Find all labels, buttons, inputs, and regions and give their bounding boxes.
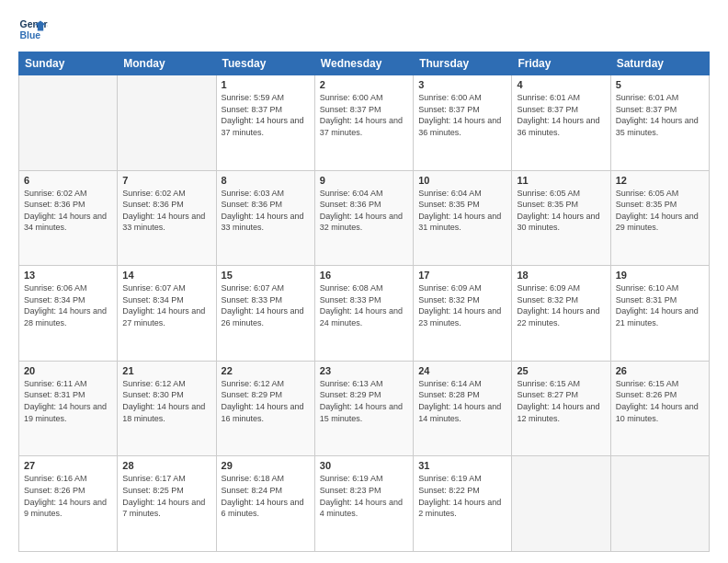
day-info: Sunrise: 6:05 AM Sunset: 8:35 PM Dayligh… [517,188,605,234]
calendar-week-row: 20Sunrise: 6:11 AM Sunset: 8:31 PM Dayli… [19,361,710,456]
calendar-day-cell: 6Sunrise: 6:02 AM Sunset: 8:36 PM Daylig… [19,170,118,266]
day-info: Sunrise: 6:12 AM Sunset: 8:30 PM Dayligh… [122,378,210,424]
calendar-day-cell: 16Sunrise: 6:08 AM Sunset: 8:33 PM Dayli… [314,266,413,362]
day-number: 12 [616,175,704,186]
weekday-header-wednesday: Wednesday [314,52,413,75]
day-number: 31 [418,460,506,471]
weekday-header-saturday: Saturday [610,52,709,75]
calendar-day-cell: 24Sunrise: 6:14 AM Sunset: 8:28 PM Dayli… [414,361,512,456]
day-info: Sunrise: 6:17 AM Sunset: 8:25 PM Dayligh… [122,473,210,519]
day-number: 15 [222,270,310,281]
calendar-day-cell: 5Sunrise: 6:01 AM Sunset: 8:37 PM Daylig… [610,75,709,171]
day-info: Sunrise: 6:16 AM Sunset: 8:26 PM Dayligh… [24,473,112,519]
calendar-day-cell: 9Sunrise: 6:04 AM Sunset: 8:36 PM Daylig… [314,170,413,266]
day-number: 4 [517,79,605,90]
day-number: 16 [320,270,408,281]
day-number: 9 [320,175,408,186]
svg-text:Blue: Blue [20,30,41,40]
header: General Blue [18,15,710,44]
day-info: Sunrise: 6:01 AM Sunset: 8:37 PM Dayligh… [616,92,704,138]
day-number: 11 [517,175,605,186]
calendar-table: SundayMondayTuesdayWednesdayThursdayFrid… [18,52,710,552]
day-info: Sunrise: 6:09 AM Sunset: 8:32 PM Dayligh… [418,282,506,328]
calendar-day-cell: 30Sunrise: 6:19 AM Sunset: 8:23 PM Dayli… [314,456,413,552]
calendar-empty-cell [512,456,610,552]
logo: General Blue [18,15,48,44]
calendar-day-cell: 28Sunrise: 6:17 AM Sunset: 8:25 PM Dayli… [118,456,216,552]
calendar-week-row: 27Sunrise: 6:16 AM Sunset: 8:26 PM Dayli… [19,456,710,552]
day-info: Sunrise: 6:15 AM Sunset: 8:26 PM Dayligh… [616,378,704,424]
day-number: 20 [24,365,112,376]
day-info: Sunrise: 6:03 AM Sunset: 8:36 PM Dayligh… [222,188,310,234]
day-number: 1 [222,79,310,90]
calendar-day-cell: 19Sunrise: 6:10 AM Sunset: 8:31 PM Dayli… [610,266,709,362]
calendar-day-cell: 3Sunrise: 6:00 AM Sunset: 8:37 PM Daylig… [414,75,512,171]
calendar-empty-cell [19,75,118,171]
day-number: 29 [222,460,310,471]
day-number: 10 [418,175,506,186]
day-number: 27 [24,460,112,471]
calendar-day-cell: 26Sunrise: 6:15 AM Sunset: 8:26 PM Dayli… [610,361,709,456]
day-info: Sunrise: 6:07 AM Sunset: 8:33 PM Dayligh… [222,282,310,328]
calendar-day-cell: 8Sunrise: 6:03 AM Sunset: 8:36 PM Daylig… [216,170,314,266]
day-info: Sunrise: 6:19 AM Sunset: 8:23 PM Dayligh… [320,473,408,519]
calendar-day-cell: 18Sunrise: 6:09 AM Sunset: 8:32 PM Dayli… [512,266,610,362]
calendar-day-cell: 7Sunrise: 6:02 AM Sunset: 8:36 PM Daylig… [118,170,216,266]
day-number: 5 [616,79,704,90]
day-number: 6 [24,175,112,186]
day-number: 2 [320,79,408,90]
weekday-header-monday: Monday [118,52,216,75]
calendar-day-cell: 4Sunrise: 6:01 AM Sunset: 8:37 PM Daylig… [512,75,610,171]
day-number: 25 [517,365,605,376]
weekday-header-tuesday: Tuesday [216,52,314,75]
calendar-day-cell: 22Sunrise: 6:12 AM Sunset: 8:29 PM Dayli… [216,361,314,456]
calendar-day-cell: 1Sunrise: 5:59 AM Sunset: 8:37 PM Daylig… [216,75,314,171]
day-info: Sunrise: 6:14 AM Sunset: 8:28 PM Dayligh… [418,378,506,424]
day-info: Sunrise: 6:11 AM Sunset: 8:31 PM Dayligh… [24,378,112,424]
day-info: Sunrise: 6:07 AM Sunset: 8:34 PM Dayligh… [122,282,210,328]
day-info: Sunrise: 6:01 AM Sunset: 8:37 PM Dayligh… [517,92,605,138]
calendar-day-cell: 13Sunrise: 6:06 AM Sunset: 8:34 PM Dayli… [19,266,118,362]
day-info: Sunrise: 6:00 AM Sunset: 8:37 PM Dayligh… [418,92,506,138]
logo-icon: General Blue [18,15,48,44]
day-info: Sunrise: 6:04 AM Sunset: 8:35 PM Dayligh… [418,188,506,234]
day-number: 28 [122,460,210,471]
day-number: 17 [418,270,506,281]
calendar-day-cell: 20Sunrise: 6:11 AM Sunset: 8:31 PM Dayli… [19,361,118,456]
day-info: Sunrise: 6:09 AM Sunset: 8:32 PM Dayligh… [517,282,605,328]
calendar-day-cell: 21Sunrise: 6:12 AM Sunset: 8:30 PM Dayli… [118,361,216,456]
day-number: 24 [418,365,506,376]
day-number: 8 [222,175,310,186]
day-info: Sunrise: 6:04 AM Sunset: 8:36 PM Dayligh… [320,188,408,234]
calendar-day-cell: 23Sunrise: 6:13 AM Sunset: 8:29 PM Dayli… [314,361,413,456]
day-info: Sunrise: 6:02 AM Sunset: 8:36 PM Dayligh… [24,188,112,234]
calendar-day-cell: 27Sunrise: 6:16 AM Sunset: 8:26 PM Dayli… [19,456,118,552]
page: General Blue SundayMondayTuesdayWednesda… [0,0,728,563]
calendar-empty-cell [610,456,709,552]
calendar-day-cell: 10Sunrise: 6:04 AM Sunset: 8:35 PM Dayli… [414,170,512,266]
calendar-day-cell: 17Sunrise: 6:09 AM Sunset: 8:32 PM Dayli… [414,266,512,362]
day-info: Sunrise: 6:06 AM Sunset: 8:34 PM Dayligh… [24,282,112,328]
day-number: 21 [122,365,210,376]
day-info: Sunrise: 5:59 AM Sunset: 8:37 PM Dayligh… [222,92,310,138]
calendar-week-row: 13Sunrise: 6:06 AM Sunset: 8:34 PM Dayli… [19,266,710,362]
day-info: Sunrise: 6:13 AM Sunset: 8:29 PM Dayligh… [320,378,408,424]
calendar-week-row: 6Sunrise: 6:02 AM Sunset: 8:36 PM Daylig… [19,170,710,266]
weekday-header-sunday: Sunday [19,52,118,75]
day-info: Sunrise: 6:18 AM Sunset: 8:24 PM Dayligh… [222,473,310,519]
weekday-header-thursday: Thursday [414,52,512,75]
day-number: 22 [222,365,310,376]
day-number: 26 [616,365,704,376]
weekday-header-friday: Friday [512,52,610,75]
day-info: Sunrise: 6:19 AM Sunset: 8:22 PM Dayligh… [418,473,506,519]
day-number: 19 [616,270,704,281]
calendar-day-cell: 25Sunrise: 6:15 AM Sunset: 8:27 PM Dayli… [512,361,610,456]
day-info: Sunrise: 6:15 AM Sunset: 8:27 PM Dayligh… [517,378,605,424]
day-number: 23 [320,365,408,376]
weekday-header-row: SundayMondayTuesdayWednesdayThursdayFrid… [19,52,710,75]
day-number: 3 [418,79,506,90]
calendar-day-cell: 2Sunrise: 6:00 AM Sunset: 8:37 PM Daylig… [314,75,413,171]
calendar-empty-cell [118,75,216,171]
day-number: 7 [122,175,210,186]
day-number: 18 [517,270,605,281]
